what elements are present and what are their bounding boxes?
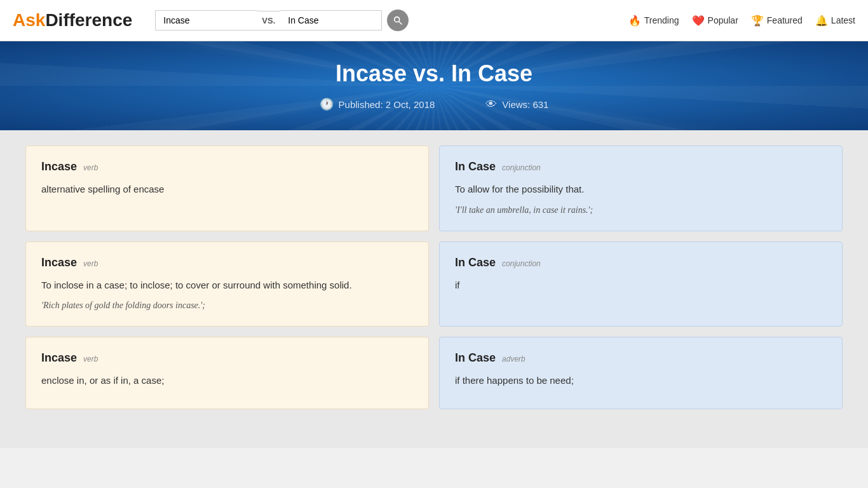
card-pos: verb bbox=[83, 355, 98, 363]
hero-meta: 🕐 Published: 2 Oct, 2018 👁 Views: 631 bbox=[13, 97, 855, 111]
views-meta: 👁 Views: 631 bbox=[485, 97, 548, 111]
logo-ask: Ask bbox=[13, 10, 45, 30]
card-word: Incase bbox=[41, 256, 77, 269]
card-word: Incase bbox=[41, 351, 77, 365]
nav-latest[interactable]: 🔔 Latest bbox=[815, 15, 855, 27]
card-pos: conjunction bbox=[502, 259, 541, 268]
card-definition: To inclose in a case; to inclose; to cov… bbox=[41, 278, 413, 293]
nav-trending-label: Trending bbox=[644, 15, 679, 25]
logo[interactable]: AskDifference bbox=[13, 10, 132, 30]
nav-popular-label: Popular bbox=[708, 15, 738, 25]
clock-icon: 🕐 bbox=[320, 97, 334, 111]
nav-latest-label: Latest bbox=[831, 15, 855, 25]
views-label: Views: 631 bbox=[502, 99, 548, 110]
latest-icon: 🔔 bbox=[815, 15, 828, 27]
card-definition: if there happens to be need; bbox=[455, 374, 827, 388]
card-header: In Caseconjunction bbox=[455, 256, 827, 269]
nav-featured[interactable]: 🏆 Featured bbox=[751, 15, 803, 27]
card-example: 'I'll take an umbrella, in case it rains… bbox=[455, 203, 827, 217]
search-button[interactable] bbox=[387, 10, 409, 31]
hero-banner: Incase vs. In Case 🕐 Published: 2 Oct, 2… bbox=[0, 41, 868, 130]
card-word: Incase bbox=[41, 160, 77, 173]
logo-diff: Difference bbox=[45, 10, 132, 30]
eye-icon: 👁 bbox=[485, 98, 497, 111]
trending-icon: 🔥 bbox=[628, 15, 641, 27]
content-area: Incaseverbalternative spelling of encase… bbox=[0, 130, 868, 448]
nav-trending[interactable]: 🔥 Trending bbox=[628, 15, 679, 27]
card-word: In Case bbox=[455, 160, 496, 173]
card-word: In Case bbox=[455, 256, 496, 269]
cards-grid: Incaseverbalternative spelling of encase… bbox=[25, 146, 843, 409]
card-header: Incaseverb bbox=[41, 351, 413, 365]
nav-links: 🔥 Trending ❤️ Popular 🏆 Featured 🔔 Lates… bbox=[628, 15, 855, 27]
definition-card-5: Incaseverbenclose in, or as if in, a cas… bbox=[25, 337, 429, 409]
search-input-right[interactable] bbox=[280, 10, 382, 30]
definition-card-6: In Caseadverbif there happens to be need… bbox=[439, 337, 843, 409]
definition-card-1: Incaseverbalternative spelling of encase bbox=[25, 146, 429, 231]
search-icon bbox=[393, 15, 403, 25]
card-pos: adverb bbox=[502, 355, 526, 363]
published-meta: 🕐 Published: 2 Oct, 2018 bbox=[320, 97, 435, 111]
card-definition: if bbox=[455, 278, 827, 293]
nav-popular[interactable]: ❤️ Popular bbox=[692, 15, 738, 27]
card-pos: verb bbox=[83, 163, 98, 172]
card-header: In Caseconjunction bbox=[455, 160, 827, 173]
header: AskDifference VS. 🔥 Trending ❤️ Popular … bbox=[0, 0, 868, 41]
card-definition: To allow for the possibility that. bbox=[455, 182, 827, 197]
vs-label: VS. bbox=[257, 11, 280, 30]
hero-title: Incase vs. In Case bbox=[13, 60, 855, 87]
card-definition: alternative spelling of encase bbox=[41, 182, 413, 197]
nav-featured-label: Featured bbox=[767, 15, 803, 25]
popular-icon: ❤️ bbox=[692, 15, 705, 27]
published-label: Published: 2 Oct, 2018 bbox=[339, 99, 435, 110]
definition-card-2: In CaseconjunctionTo allow for the possi… bbox=[439, 146, 843, 231]
search-bar: VS. bbox=[155, 10, 460, 31]
card-definition: enclose in, or as if in, a case; bbox=[41, 374, 413, 388]
svg-line-1 bbox=[399, 22, 402, 24]
search-input-left[interactable] bbox=[155, 10, 257, 30]
featured-icon: 🏆 bbox=[751, 15, 764, 27]
card-header: Incaseverb bbox=[41, 160, 413, 173]
definition-card-3: IncaseverbTo inclose in a case; to inclo… bbox=[25, 241, 429, 327]
card-header: Incaseverb bbox=[41, 256, 413, 269]
card-word: In Case bbox=[455, 351, 496, 365]
definition-card-4: In Caseconjunctionif bbox=[439, 241, 843, 327]
card-pos: verb bbox=[83, 259, 98, 268]
card-pos: conjunction bbox=[502, 163, 541, 172]
card-example: 'Rich plates of gold the folding doors i… bbox=[41, 299, 413, 312]
card-header: In Caseadverb bbox=[455, 351, 827, 365]
